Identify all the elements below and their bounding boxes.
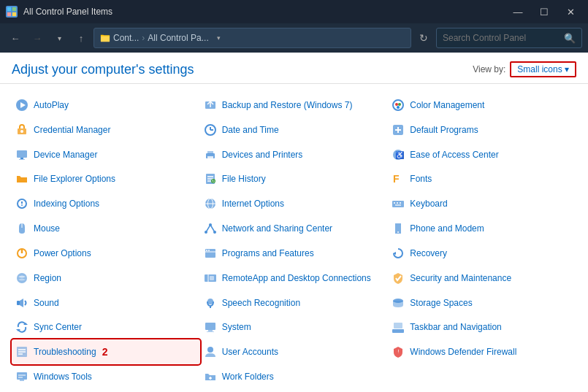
address-dropdown-button[interactable]: ▾ <box>212 28 226 48</box>
title-bar: All Control Panel Items — ☐ ✕ <box>0 0 588 23</box>
control-panel-item-autoplay[interactable]: AutoPlay <box>12 93 200 118</box>
control-panel-item-recovery[interactable]: Recovery <box>388 241 576 266</box>
up-button[interactable]: ↑ <box>72 28 91 47</box>
control-panel-item-default-programs[interactable]: Default Programs <box>388 118 576 142</box>
control-panel-item-work-folders[interactable]: Work Folders <box>200 364 389 389</box>
title-bar-left: All Control Panel Items <box>6 6 112 18</box>
recent-button[interactable]: ▾ <box>50 28 69 47</box>
control-panel-item-device-manager[interactable]: Device Manager <box>12 142 200 167</box>
color-management-label: Color Management <box>410 100 484 110</box>
control-panel-item-credential-manager[interactable]: Credential Manager <box>12 118 200 142</box>
control-panel-item-fonts[interactable]: FFonts <box>388 166 576 191</box>
ease-of-access-label: Ease of Access Center <box>410 150 498 160</box>
folder-icon <box>100 33 110 43</box>
file-history-label: File History <box>222 174 266 184</box>
control-panel-item-user-accounts[interactable]: User Accounts <box>200 339 389 364</box>
view-by-button[interactable]: Small icons ▾ <box>510 61 576 77</box>
address-field[interactable]: Cont... › All Control Pa... ▾ <box>93 28 411 48</box>
svg-rect-61 <box>210 276 214 280</box>
control-panel-item-backup-restore[interactable]: Backup and Restore (Windows 7) <box>200 93 389 118</box>
control-panel-item-sound[interactable]: Sound <box>12 291 200 315</box>
control-panel-item-system[interactable]: System <box>200 315 389 339</box>
maximize-button[interactable]: ☐ <box>532 4 556 19</box>
control-panel-item-color-management[interactable]: Color Management <box>388 93 576 118</box>
svg-line-48 <box>206 225 210 232</box>
svg-point-35 <box>21 204 23 206</box>
breadcrumb-part1: Cont... <box>113 33 139 43</box>
window-title: All Control Panel Items <box>23 7 112 17</box>
file-explorer-icon <box>15 172 29 186</box>
address-bar: ← → ▾ ↑ Cont... › All Control Pa... ▾ ↻ … <box>0 23 588 53</box>
minimize-button[interactable]: — <box>506 4 530 19</box>
svg-point-56 <box>208 250 210 251</box>
control-panel-item-taskbar[interactable]: Taskbar and Navigation <box>388 315 576 339</box>
control-panel-item-programs-features[interactable]: Programs and Features <box>200 241 389 266</box>
svg-rect-26 <box>207 156 213 158</box>
network-sharing-icon <box>203 221 218 236</box>
search-input[interactable] <box>443 33 561 43</box>
control-panel-item-file-history[interactable]: ↻File History <box>200 166 389 191</box>
control-panel-item-indexing[interactable]: Indexing Options <box>12 191 200 216</box>
control-panel-item-windows-tools[interactable]: Windows Tools <box>12 364 200 389</box>
control-panel-item-security-maintenance[interactable]: Security and Maintenance <box>388 266 576 291</box>
fonts-label: Fonts <box>410 174 432 184</box>
content-area: Adjust your computer's settings View by:… <box>0 53 588 392</box>
autoplay-icon <box>15 98 29 112</box>
svg-point-14 <box>20 130 23 133</box>
windows-defender-icon <box>391 345 405 359</box>
control-panel-item-network-sharing[interactable]: Network and Sharing Center <box>200 216 389 241</box>
svg-rect-21 <box>17 150 27 158</box>
control-panel-item-storage-spaces[interactable]: Storage Spaces <box>388 291 576 315</box>
mouse-icon <box>15 221 29 236</box>
control-panel-item-power[interactable]: Power Options <box>12 241 200 266</box>
control-panel-item-mouse[interactable]: Mouse <box>12 216 200 241</box>
control-panel-item-sync-center[interactable]: Sync Center <box>12 315 200 339</box>
security-maintenance-icon <box>391 271 405 285</box>
devices-printers-icon <box>203 147 218 162</box>
control-panel-item-devices-printers[interactable]: Devices and Printers <box>200 142 389 167</box>
troubleshooting-icon <box>15 345 29 359</box>
system-label: System <box>222 322 251 332</box>
search-box[interactable]: 🔍 1 <box>436 28 582 48</box>
svg-point-50 <box>397 231 399 233</box>
svg-rect-22 <box>20 158 23 159</box>
windows-tools-label: Windows Tools <box>34 372 92 382</box>
windows-tools-icon <box>15 369 29 384</box>
devices-printers-label: Devices and Printers <box>222 150 303 160</box>
view-by-control: View by: Small icons ▾ <box>473 61 576 77</box>
file-explorer-label: File Explorer Options <box>34 174 115 184</box>
remoteapp-label: RemoteApp and Desktop Connections <box>222 273 371 283</box>
power-label: Power Options <box>34 248 91 258</box>
close-button[interactable]: ✕ <box>559 4 582 19</box>
control-panel-item-phone-modem[interactable]: Phone and Modem <box>388 216 576 241</box>
device-manager-icon <box>15 147 29 162</box>
control-panel-item-speech-recognition[interactable]: Speech Recognition <box>200 291 389 315</box>
page-title: Adjust your computer's settings <box>12 62 194 77</box>
svg-rect-62 <box>17 301 20 305</box>
mouse-label: Mouse <box>34 223 60 234</box>
control-panel-item-troubleshooting[interactable]: Troubleshooting2 <box>12 339 200 364</box>
control-panel-item-date-time[interactable]: Date and Time <box>200 118 389 142</box>
refresh-button[interactable]: ↻ <box>414 28 433 47</box>
control-panel-item-ease-of-access[interactable]: ♿Ease of Access Center <box>388 142 576 167</box>
forward-button[interactable]: → <box>28 28 47 47</box>
sync-center-label: Sync Center <box>34 322 82 332</box>
speech-recognition-icon <box>203 296 218 310</box>
svg-point-58 <box>17 273 27 283</box>
windows-defender-label: Windows Defender Firewall <box>410 347 516 357</box>
svg-rect-70 <box>207 331 214 332</box>
keyboard-icon <box>391 196 405 211</box>
control-panel-item-file-explorer[interactable]: File Explorer Options <box>12 166 200 191</box>
control-panel-item-region[interactable]: Region <box>12 266 200 291</box>
taskbar-icon <box>391 320 405 334</box>
sound-icon <box>15 296 29 310</box>
work-folders-label: Work Folders <box>222 372 274 382</box>
control-panel-item-internet-options[interactable]: Internet Options <box>200 191 389 216</box>
control-panel-item-keyboard[interactable]: Keyboard <box>388 191 576 216</box>
back-button[interactable]: ← <box>6 28 25 47</box>
svg-rect-2 <box>7 12 11 16</box>
svg-rect-4 <box>101 36 110 42</box>
control-panel-item-windows-defender[interactable]: Windows Defender Firewall <box>388 339 576 364</box>
control-panel-item-remoteapp[interactable]: RemoteApp and Desktop Connections <box>200 266 389 291</box>
svg-rect-25 <box>207 151 213 154</box>
